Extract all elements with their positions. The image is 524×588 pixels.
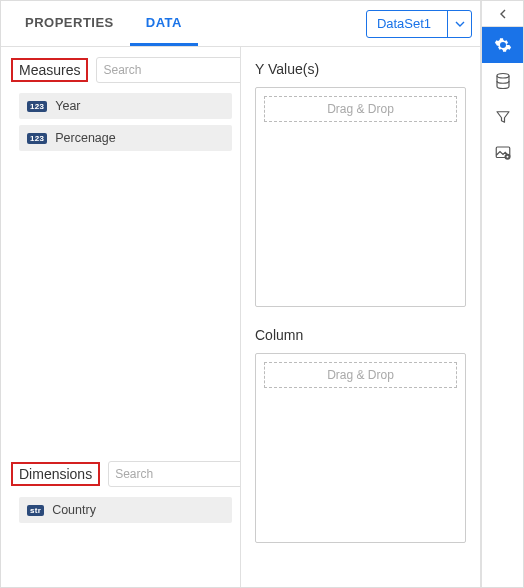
measures-search-input[interactable] bbox=[103, 63, 241, 77]
gear-icon[interactable] bbox=[482, 27, 523, 63]
dataset-selected: DataSet1 bbox=[367, 16, 447, 31]
dimensions-search[interactable] bbox=[108, 461, 241, 487]
type-badge-string-icon: str bbox=[27, 505, 44, 516]
measures-list: 123 Year 123 Percenage bbox=[11, 93, 232, 151]
type-badge-number-icon: 123 bbox=[27, 101, 47, 112]
dataset-select[interactable]: DataSet1 bbox=[366, 10, 472, 38]
fields-column: Measures 123 Year 123 Per bbox=[1, 47, 241, 587]
measures-title: Measures bbox=[11, 58, 88, 82]
dimensions-search-input[interactable] bbox=[115, 467, 241, 481]
drop-column: Y Value(s) Drag & Drop Column Drag & Dro… bbox=[241, 47, 480, 587]
tab-data[interactable]: DATA bbox=[130, 1, 198, 46]
dimensions-title: Dimensions bbox=[11, 462, 100, 486]
dimensions-list: str Country bbox=[11, 497, 232, 523]
field-item[interactable]: 123 Year bbox=[19, 93, 232, 119]
column-dropzone[interactable]: Drag & Drop bbox=[264, 362, 457, 388]
field-item[interactable]: str Country bbox=[19, 497, 232, 523]
yvalues-panel: Drag & Drop bbox=[255, 87, 466, 307]
chevron-down-icon bbox=[447, 11, 471, 37]
yvalues-label: Y Value(s) bbox=[255, 61, 466, 77]
yvalues-dropzone[interactable]: Drag & Drop bbox=[264, 96, 457, 122]
panel-header: PROPERTIES DATA DataSet1 bbox=[1, 1, 480, 47]
image-settings-icon[interactable] bbox=[482, 135, 523, 171]
database-icon[interactable] bbox=[482, 63, 523, 99]
svg-point-7 bbox=[506, 156, 508, 158]
filter-icon[interactable] bbox=[482, 99, 523, 135]
svg-point-4 bbox=[497, 74, 509, 79]
field-label: Year bbox=[55, 99, 80, 113]
column-panel: Drag & Drop bbox=[255, 353, 466, 543]
tabs: PROPERTIES DATA bbox=[9, 1, 198, 46]
field-label: Country bbox=[52, 503, 96, 517]
right-rail bbox=[481, 1, 523, 587]
tab-properties[interactable]: PROPERTIES bbox=[9, 1, 130, 46]
type-badge-number-icon: 123 bbox=[27, 133, 47, 144]
expand-arrow-icon[interactable] bbox=[482, 1, 523, 27]
column-label: Column bbox=[255, 327, 466, 343]
measures-search[interactable] bbox=[96, 57, 241, 83]
field-label: Percenage bbox=[55, 131, 115, 145]
field-item[interactable]: 123 Percenage bbox=[19, 125, 232, 151]
